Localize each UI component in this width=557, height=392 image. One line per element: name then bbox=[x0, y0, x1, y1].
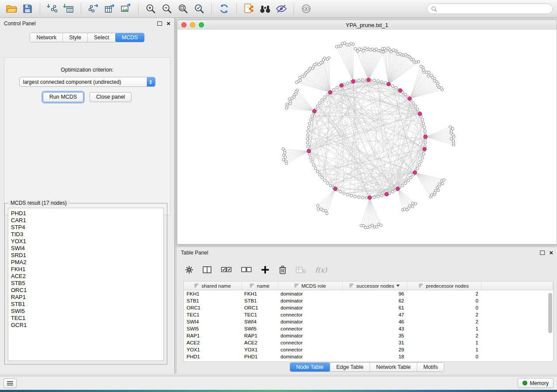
refresh-layout-icon[interactable] bbox=[217, 2, 231, 16]
table-row[interactable]: STB1STB1dominator620 bbox=[184, 297, 553, 304]
search-input[interactable] bbox=[439, 5, 548, 12]
column-header-label: predecessor nodes bbox=[426, 283, 469, 289]
table-cell: ACE2 bbox=[242, 339, 278, 346]
close-panel-icon[interactable]: × bbox=[166, 20, 170, 27]
zoom-fit-icon[interactable] bbox=[176, 2, 190, 16]
tab-motifs[interactable]: Motifs bbox=[417, 363, 444, 371]
result-node[interactable]: ACE2 bbox=[11, 273, 163, 280]
export-table-icon[interactable] bbox=[103, 2, 117, 16]
tab-network-table[interactable]: Network Table bbox=[370, 363, 417, 371]
table-cell: 18 bbox=[343, 353, 407, 360]
status-bar: Memory bbox=[0, 376, 557, 390]
column-header[interactable]: successor nodes bbox=[343, 282, 407, 290]
tab-network[interactable]: Network bbox=[30, 33, 62, 42]
optimization-criterion-select[interactable]: largest connected component (undirected) bbox=[19, 77, 156, 87]
table-row[interactable]: ORC1ORC1dominator610 bbox=[184, 304, 553, 311]
import-table-icon[interactable] bbox=[62, 2, 76, 16]
memory-button[interactable]: Memory bbox=[518, 378, 554, 388]
add-row-icon[interactable] bbox=[261, 265, 270, 274]
table-cell: 2 bbox=[407, 290, 481, 298]
result-node[interactable]: CAR1 bbox=[11, 217, 163, 224]
import-network-icon[interactable] bbox=[45, 2, 59, 16]
function-builder-icon[interactable]: f(x) bbox=[315, 266, 327, 274]
clear-selection-icon[interactable] bbox=[241, 265, 252, 274]
result-node[interactable]: PMA2 bbox=[11, 259, 163, 266]
result-node[interactable]: GCR1 bbox=[11, 322, 163, 329]
result-node[interactable]: SRD1 bbox=[11, 252, 163, 259]
export-image-icon[interactable] bbox=[119, 2, 133, 16]
zoom-out-icon[interactable] bbox=[160, 2, 174, 16]
gear-icon[interactable] bbox=[185, 265, 194, 274]
result-node[interactable]: SWI5 bbox=[11, 308, 163, 315]
result-node[interactable]: STP4 bbox=[11, 224, 163, 231]
mcds-result-list[interactable]: PHD1CAR1STP4TID3YOX1SWI4SRD1PMA2FKH1ACE2… bbox=[8, 208, 164, 361]
column-header-label: shared name bbox=[201, 283, 231, 289]
table-panel: Table Panel × bbox=[177, 247, 557, 374]
columns-icon[interactable] bbox=[202, 265, 212, 274]
toolbar-separator bbox=[236, 3, 237, 14]
float-panel-icon[interactable] bbox=[540, 251, 545, 255]
column-header-label: successor nodes bbox=[356, 283, 394, 289]
open-folder-icon[interactable] bbox=[4, 2, 18, 16]
table-scrollbar[interactable] bbox=[548, 293, 552, 333]
mcds-result-title: MCDS result (17 nodes) bbox=[8, 200, 69, 206]
table-cell: connector bbox=[278, 339, 343, 346]
export-network-icon[interactable] bbox=[86, 2, 100, 16]
table-row[interactable]: ACE2ACE2connector311 bbox=[184, 339, 553, 346]
save-icon[interactable] bbox=[21, 2, 35, 16]
result-node[interactable]: YOX1 bbox=[11, 238, 163, 245]
result-node[interactable]: ORC1 bbox=[11, 287, 163, 294]
show-graphics-details-icon[interactable] bbox=[299, 2, 313, 16]
table-cell-filler bbox=[481, 346, 553, 353]
share-document-icon[interactable] bbox=[242, 2, 256, 16]
table-row[interactable]: PHD1PHD1dominator180 bbox=[184, 353, 553, 360]
result-node[interactable]: SWI4 bbox=[11, 245, 163, 252]
table-row[interactable]: YOX1YOX1connector291 bbox=[184, 346, 553, 353]
table-row[interactable]: SWI5SWI5connector431 bbox=[184, 325, 553, 332]
table-row[interactable]: SWI4SWI4dominator462 bbox=[184, 318, 553, 325]
column-header[interactable]: predecessor nodes bbox=[407, 282, 481, 290]
tab-select[interactable]: Select bbox=[87, 33, 115, 42]
table-cell: 2 bbox=[407, 318, 481, 325]
zoom-selected-icon[interactable] bbox=[192, 2, 206, 16]
zoom-in-icon[interactable] bbox=[144, 2, 158, 16]
column-header[interactable]: MCDS role bbox=[278, 282, 343, 290]
column-header[interactable]: name bbox=[242, 282, 278, 290]
table-cell: STB1 bbox=[184, 297, 242, 304]
table-body: FKH1FKH1dominator962STB1STB1dominator620… bbox=[184, 290, 553, 361]
table-row[interactable]: RAP1RAP1dominator352 bbox=[184, 332, 553, 339]
tab-node-table[interactable]: Node Table bbox=[290, 363, 330, 371]
tab-edge-table[interactable]: Edge Table bbox=[330, 363, 370, 371]
close-panel-button[interactable]: Close panel bbox=[90, 92, 131, 102]
table-cell-filler bbox=[481, 325, 553, 332]
column-header[interactable]: shared name bbox=[184, 282, 242, 290]
result-node[interactable]: PHD1 bbox=[11, 210, 163, 217]
network-window: YPA_prune.txt_1 bbox=[177, 20, 557, 244]
run-mcds-button[interactable]: Run MCDS bbox=[43, 92, 83, 102]
float-panel-icon[interactable] bbox=[157, 21, 162, 26]
result-node[interactable]: STB5 bbox=[11, 280, 163, 287]
table-cell: dominator bbox=[278, 332, 343, 339]
close-panel-icon[interactable]: × bbox=[549, 249, 553, 256]
result-node[interactable]: STB1 bbox=[11, 301, 163, 308]
table-panel-tabs: Node TableEdge TableNetwork TableMotifs bbox=[290, 362, 445, 372]
search-network-icon[interactable] bbox=[258, 2, 272, 16]
select-all-icon[interactable] bbox=[221, 265, 232, 274]
result-node[interactable]: TEC1 bbox=[11, 315, 163, 322]
tab-style[interactable]: Style bbox=[62, 33, 87, 42]
network-window-titlebar[interactable]: YPA_prune.txt_1 bbox=[177, 20, 557, 30]
tab-mcds[interactable]: MCDS bbox=[115, 33, 144, 42]
hide-annotations-icon[interactable] bbox=[274, 2, 288, 16]
result-node[interactable]: TID3 bbox=[11, 231, 163, 238]
table-row[interactable]: TEC1TEC1connector472 bbox=[184, 311, 553, 318]
table-row[interactable]: FKH1FKH1dominator962 bbox=[184, 290, 553, 298]
table-sort-icon bbox=[419, 283, 424, 289]
result-node[interactable]: RAP1 bbox=[11, 294, 163, 301]
result-node[interactable]: FKH1 bbox=[11, 266, 163, 273]
table-cell: PHD1 bbox=[184, 353, 242, 360]
delete-row-icon[interactable] bbox=[278, 265, 287, 275]
table-header-row: shared namenameMCDS rolesuccessor nodesp… bbox=[184, 282, 553, 290]
status-menu-button[interactable] bbox=[3, 378, 17, 388]
network-canvas[interactable] bbox=[177, 30, 557, 244]
toolbar-separator bbox=[211, 3, 212, 14]
